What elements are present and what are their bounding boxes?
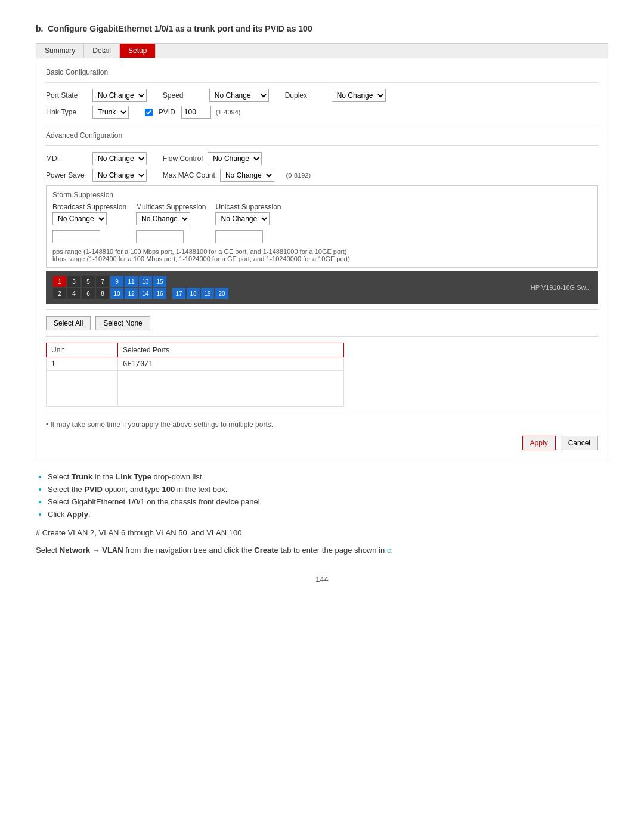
main-panel: Summary Detail Setup Basic Configuration… [36,43,608,460]
row-mdi-flow: MDI No Change Flow Control No Change [46,152,598,165]
port-16[interactable]: 16 [153,288,166,299]
footer-note: • It may take some time if you apply the… [46,420,598,429]
basic-config-section: Basic Configuration Port State No Change… [46,68,598,119]
unicast-col: Unicast Suppression No Change [215,203,281,243]
unit-cell: 1 [47,357,118,371]
cancel-button[interactable]: Cancel [561,436,598,450]
table-empty-row [47,371,344,407]
tabs-bar: Summary Detail Setup [36,44,608,58]
max-mac-label: Max MAC Count [163,171,215,179]
instruction-2: Select the PVID option, and type 100 in … [48,485,608,494]
heading-label: b. [36,24,43,33]
port-6[interactable]: 6 [82,288,95,299]
speed-label: Speed [163,91,205,100]
port-17[interactable]: 17 [172,288,185,299]
instruction-4: Click Apply. [48,510,608,519]
port-15[interactable]: 15 [153,276,166,287]
select-all-button[interactable]: Select All [46,316,91,330]
port-20[interactable]: 20 [215,288,228,299]
broadcast-col: Broadcast Suppression No Change [52,203,126,243]
row-port-state-speed-duplex: Port State No Change Speed No Change Dup… [46,89,598,102]
footer-actions: Apply Cancel [46,433,598,453]
storm-title: Storm Suppression [52,191,592,199]
port-2[interactable]: 2 [53,288,66,299]
port-10[interactable]: 10 [110,288,123,299]
multicast-select[interactable]: No Change [136,212,190,225]
mdi-select[interactable]: No Change [92,152,147,165]
port-19[interactable]: 19 [201,288,214,299]
instruction-1: Select Trunk in the Link Type drop-down … [48,472,608,481]
port-14[interactable]: 14 [139,288,152,299]
device-label: HP V1910-16G Sw... [531,284,591,291]
instruction-3: Select GigabitEthernet 1/0/1 on the chas… [48,497,608,506]
device-panel: 1 3 5 7 9 11 13 15 2 4 6 8 10 12 14 [46,271,598,304]
mdi-label: MDI [46,154,88,163]
ports-row1: 1 3 5 7 9 11 13 15 [53,276,166,287]
pvid-range: (1-4094) [216,109,241,116]
pvid-input[interactable] [181,106,211,119]
broadcast-input[interactable] [52,230,100,243]
port-5[interactable]: 5 [82,276,95,287]
apply-button[interactable]: Apply [522,436,556,450]
col-unit-header: Unit [47,343,118,357]
max-mac-range: (0-8192) [286,172,311,179]
port-11[interactable]: 11 [125,276,138,287]
selection-buttons: Select All Select None [46,316,598,330]
multicast-col: Multicast Suppression No Change [136,203,206,243]
broadcast-label: Broadcast Suppression [52,203,126,211]
row-link-type-pvid: Link Type Trunk PVID (1-4094) [46,106,598,119]
unicast-select[interactable]: No Change [215,212,270,225]
multicast-input[interactable] [136,230,184,243]
row-power-max-mac: Power Save No Change Max MAC Count No Ch… [46,169,598,182]
multicast-label: Multicast Suppression [136,203,206,211]
port-8[interactable]: 8 [96,288,109,299]
duplex-select[interactable]: No Change [332,89,386,102]
section-heading: b. Configure GigabitEthernet 1/0/1 as a … [36,24,608,33]
duplex-label: Duplex [285,91,327,100]
table-row: 1 GE1/0/1 [47,357,344,371]
advanced-config-label: Advanced Configuration [46,131,598,140]
port-1[interactable]: 1 [53,276,66,287]
basic-config-label: Basic Configuration [46,68,598,76]
tab-setup[interactable]: Setup [120,44,156,58]
port-18[interactable]: 18 [187,288,200,299]
pvid-label: PVID [159,108,177,116]
tab-detail[interactable]: Detail [84,44,120,58]
port-9[interactable]: 9 [110,276,123,287]
instructions-list: Select Trunk in the Link Type drop-down … [48,472,608,519]
footer-area: • It may take some time if you apply the… [46,420,598,453]
pvid-checkbox[interactable] [145,109,153,116]
col-ports-header: Selected Ports [118,343,344,357]
page-number: 144 [36,575,608,584]
body-text2: Select Network → VLAN from the navigatio… [36,544,608,557]
flow-control-select[interactable]: No Change [208,152,262,165]
port-7[interactable]: 7 [96,276,109,287]
link-c: c [387,546,391,555]
flow-control-label: Flow Control [163,154,203,163]
power-save-select[interactable]: No Change [92,169,147,182]
heading-text: Configure GigabitEthernet 1/0/1 as a tru… [48,24,312,33]
unicast-input[interactable] [215,230,263,243]
port-13[interactable]: 13 [139,276,152,287]
select-none-button[interactable]: Select None [95,316,150,330]
advanced-config-section: Advanced Configuration MDI No Change Flo… [46,131,598,182]
ports-row2: 2 4 6 8 10 12 14 16 [53,288,166,299]
body-text1: # Create VLAN 2, VLAN 6 through VLAN 50,… [36,527,608,540]
selected-ports-table: Unit Selected Ports 1 GE1/0/1 [46,343,344,407]
link-type-label: Link Type [46,108,88,116]
ports-main-grid: 1 3 5 7 9 11 13 15 2 4 6 8 10 12 14 [53,276,166,299]
port-state-select[interactable]: No Change [92,89,147,102]
port-4[interactable]: 4 [67,288,80,299]
storm-note2: kbps range (1-102400 for a 100 Mbps port… [52,255,592,262]
link-type-select[interactable]: Trunk [92,106,129,119]
max-mac-select[interactable]: No Change [220,169,274,182]
port-12[interactable]: 12 [125,288,138,299]
tab-summary[interactable]: Summary [36,44,84,58]
broadcast-select[interactable]: No Change [52,212,107,225]
storm-suppression-section: Storm Suppression Broadcast Suppression … [46,185,598,268]
ports-extra: 17 18 19 20 [172,288,228,299]
port-3[interactable]: 3 [67,276,80,287]
panel-body: Basic Configuration Port State No Change… [36,58,608,460]
speed-select[interactable]: No Change [209,89,269,102]
port-state-label: Port State [46,91,88,100]
